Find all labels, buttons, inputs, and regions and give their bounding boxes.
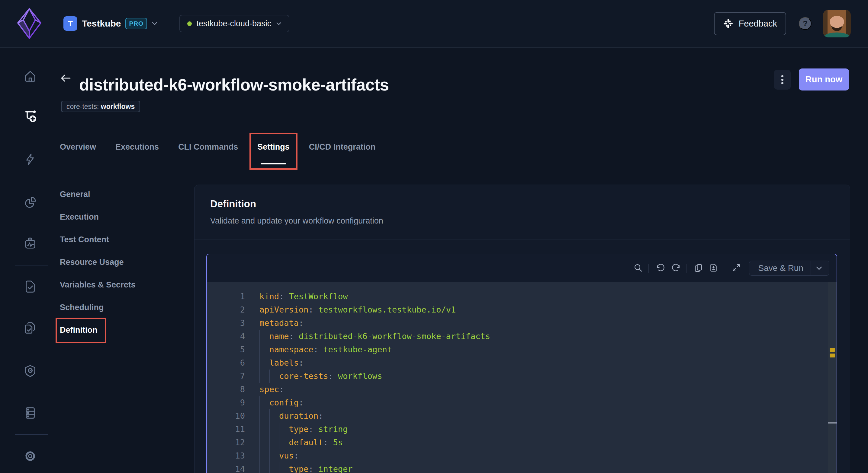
indent-guide xyxy=(259,463,270,473)
subnav-item-variables-secrets[interactable]: Variables & Secrets xyxy=(60,281,168,289)
yaml-colon: : xyxy=(309,425,313,434)
add-workflow-icon xyxy=(23,109,37,123)
user-avatar[interactable] xyxy=(823,10,851,37)
monitor-icon xyxy=(23,236,37,250)
yaml-colon: : xyxy=(318,411,323,420)
overview-ruler[interactable] xyxy=(828,282,837,473)
sidebar-item-pie-chart[interactable] xyxy=(23,196,37,209)
indent-guide xyxy=(270,436,279,449)
line-number: 7 xyxy=(207,370,245,383)
chevron-down-icon[interactable] xyxy=(811,266,827,270)
subnav-item-test-content[interactable]: Test Content xyxy=(60,236,168,244)
file-diff-button[interactable] xyxy=(707,263,718,274)
editor-toolbar: Save & Run xyxy=(207,254,837,282)
card-divider xyxy=(194,239,850,240)
code-line: 5namespace: testkube-agent xyxy=(207,343,837,356)
code-line: 3metadata: xyxy=(207,316,837,330)
sidebar-item-doc-check[interactable] xyxy=(23,280,37,294)
undo-button[interactable] xyxy=(654,263,665,274)
back-button[interactable] xyxy=(59,73,72,84)
org-switcher[interactable]: T Testkube PRO xyxy=(63,16,158,31)
rail-divider xyxy=(15,265,48,266)
code-line: 10duration: xyxy=(207,409,837,423)
expand-button[interactable] xyxy=(730,263,741,274)
yaml-editor: Save & Run 1kind: TestWorkflow2apiVersio… xyxy=(206,254,837,473)
code-line: 1kind: TestWorkflow xyxy=(207,290,837,303)
yaml-key: kind xyxy=(259,292,279,301)
chevron-down-icon xyxy=(276,22,281,25)
environment-selector[interactable]: testkube-cloud-basic xyxy=(179,15,290,32)
yaml-value: string xyxy=(313,425,348,434)
subnav-item-scheduling[interactable]: Scheduling xyxy=(60,303,168,312)
tab-ci-cd-integration[interactable]: CI/CD Integration xyxy=(309,133,376,170)
line-number: 9 xyxy=(207,396,245,409)
subnav-item-resource-usage[interactable]: Resource Usage xyxy=(60,258,168,266)
shield-gear-icon xyxy=(23,364,37,378)
indent-guide xyxy=(259,356,270,370)
sidebar-rail xyxy=(0,48,60,473)
more-actions-button[interactable] xyxy=(774,70,791,90)
doc-check-icon xyxy=(23,280,37,294)
tab-overview[interactable]: Overview xyxy=(60,133,96,170)
indent-guide xyxy=(259,343,270,356)
yaml-key: duration xyxy=(279,411,318,420)
scrollbar-thumb[interactable] xyxy=(828,422,837,424)
help-button[interactable]: ? xyxy=(799,17,811,30)
sidebar-item-lightning[interactable] xyxy=(23,153,37,166)
file-diff-icon xyxy=(709,263,718,273)
home-icon xyxy=(23,69,37,83)
feedback-button[interactable]: Feedback xyxy=(714,12,786,35)
yaml-key: vus xyxy=(279,451,294,460)
sidebar-item-shield-gear[interactable] xyxy=(23,364,37,378)
search-button[interactable] xyxy=(631,263,643,274)
sidebar-item-server[interactable] xyxy=(23,406,37,420)
code-line: 9config: xyxy=(207,396,837,409)
toolbar-divider xyxy=(686,264,686,273)
tab-settings[interactable]: Settings xyxy=(257,133,290,170)
subnav-item-general[interactable]: General xyxy=(60,190,168,199)
definition-card: Definition Validate and update your work… xyxy=(194,184,850,473)
code-area[interactable]: 1kind: TestWorkflow2apiVersion: testwork… xyxy=(207,282,837,473)
settings-subnav: GeneralExecutionTest ContentResource Usa… xyxy=(60,190,168,349)
line-number: 12 xyxy=(207,436,245,449)
active-tab-underline xyxy=(261,163,286,164)
yaml-colon: : xyxy=(309,305,313,314)
redo-button[interactable] xyxy=(669,263,681,274)
yaml-colon: : xyxy=(299,358,304,367)
yaml-key: namespace xyxy=(270,345,313,354)
line-number: 3 xyxy=(207,316,245,330)
tab-cli-commands[interactable]: CLI Commands xyxy=(178,133,238,170)
docs-stack-icon xyxy=(23,321,37,335)
yaml-value: workflows xyxy=(333,371,382,381)
yaml-key: default xyxy=(289,438,323,447)
subnav-item-definition[interactable]: Definition xyxy=(60,326,168,334)
save-and-run-button[interactable]: Save & Run xyxy=(749,261,829,276)
copy-button[interactable] xyxy=(692,263,704,274)
sidebar-item-home[interactable] xyxy=(23,69,37,83)
copy-icon xyxy=(694,263,703,273)
yaml-value: TestWorkflow xyxy=(284,292,348,301)
yaml-key: apiVersion xyxy=(259,305,309,314)
yaml-colon: : xyxy=(309,464,313,473)
indent-guide xyxy=(270,463,279,473)
sidebar-item-monitor[interactable] xyxy=(23,236,37,250)
sidebar-item-add-workflow[interactable] xyxy=(23,109,37,123)
org-avatar: T xyxy=(63,16,77,31)
lightning-icon xyxy=(23,153,37,166)
arrow-left-icon xyxy=(60,73,72,83)
page-title: distributed-k6-workflow-smoke-artifacts xyxy=(79,75,389,94)
environment-name: testkube-cloud-basic xyxy=(196,19,272,28)
tab-label: Overview xyxy=(60,142,96,151)
yaml-colon: : xyxy=(313,345,318,354)
line-number: 11 xyxy=(207,423,245,436)
subnav-item-execution[interactable]: Execution xyxy=(60,213,168,221)
yaml-colon: : xyxy=(299,318,304,328)
org-name: Testkube xyxy=(82,19,121,29)
search-icon xyxy=(633,263,643,273)
run-now-button[interactable]: Run now xyxy=(799,68,849,91)
sidebar-item-docs-stack[interactable] xyxy=(23,321,37,335)
yaml-key: name xyxy=(270,332,289,341)
sidebar-item-gear[interactable] xyxy=(23,449,37,463)
tab-executions[interactable]: Executions xyxy=(115,133,159,170)
code-line: 13vus: xyxy=(207,449,837,463)
